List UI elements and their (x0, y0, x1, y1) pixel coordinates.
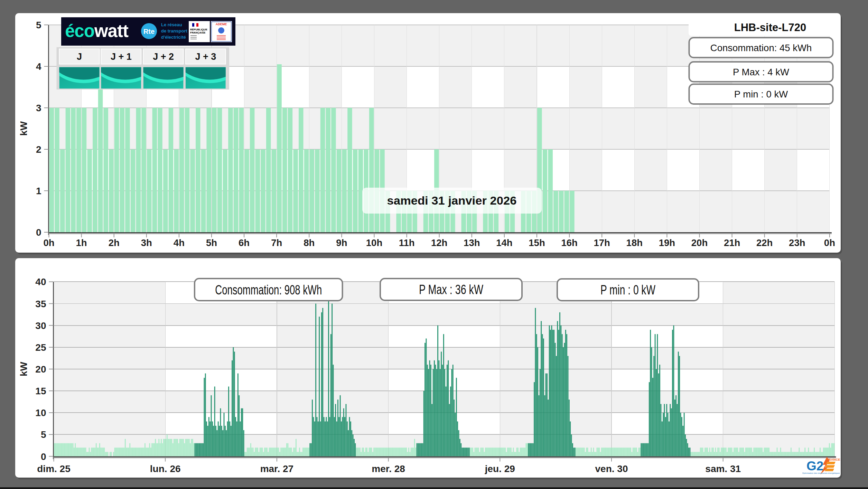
svg-text:RÉPUBLIQUE: RÉPUBLIQUE (190, 28, 207, 31)
svg-text:Rte: Rte (143, 28, 155, 35)
svg-text:23h: 23h (789, 237, 805, 248)
svg-text:P Max : 36 kW: P Max : 36 kW (419, 282, 483, 297)
svg-text:jeu. 29: jeu. 29 (485, 463, 515, 474)
svg-text:21h: 21h (724, 237, 740, 248)
svg-text:FRANÇAISE: FRANÇAISE (190, 31, 205, 34)
svg-text:5: 5 (36, 20, 41, 30)
svg-text:J + 3: J + 3 (195, 51, 216, 62)
svg-text:5h: 5h (206, 237, 217, 248)
svg-text:LHB-site-L720: LHB-site-L720 (734, 21, 806, 34)
svg-text:18h: 18h (626, 237, 643, 248)
svg-text:3h: 3h (141, 237, 152, 248)
svg-text:kW: kW (18, 361, 29, 376)
svg-text:P min : 0 kW: P min : 0 kW (600, 283, 655, 297)
svg-text:16h: 16h (561, 237, 577, 248)
svg-text:12h: 12h (431, 237, 447, 248)
svg-text:J: J (77, 51, 82, 62)
svg-text:d'électricité: d'électricité (161, 35, 186, 40)
svg-text:15h: 15h (529, 237, 545, 248)
svg-text:3: 3 (36, 103, 41, 113)
svg-text:FRANCE: FRANCE (827, 458, 840, 461)
svg-text:ADEME: ADEME (216, 22, 227, 26)
svg-text:G2: G2 (806, 459, 823, 473)
svg-text:2h: 2h (109, 237, 120, 248)
svg-text:7h: 7h (271, 237, 282, 248)
svg-text:2: 2 (36, 144, 41, 155)
svg-text:1h: 1h (76, 237, 87, 248)
svg-text:10: 10 (35, 407, 46, 418)
svg-text:Consommation: 45 kWh: Consommation: 45 kWh (710, 43, 812, 53)
svg-text:Optimisation des ressources én: Optimisation des ressources énergétiques (802, 472, 840, 474)
svg-text:15: 15 (35, 386, 46, 396)
svg-text:11h: 11h (399, 237, 415, 248)
svg-text:14h: 14h (496, 237, 512, 248)
svg-text:10h: 10h (366, 237, 382, 248)
svg-text:Le réseau: Le réseau (161, 22, 182, 27)
svg-text:0: 0 (36, 227, 41, 238)
svg-text:13h: 13h (464, 237, 480, 248)
svg-text:20h: 20h (691, 237, 708, 248)
svg-text:sam. 31: sam. 31 (705, 463, 741, 474)
svg-text:22h: 22h (756, 237, 773, 248)
svg-text:ven. 30: ven. 30 (595, 463, 628, 474)
svg-text:lun. 26: lun. 26 (150, 463, 181, 474)
svg-text:de transport: de transport (161, 28, 188, 34)
svg-text:P Max : 4 kW: P Max : 4 kW (733, 67, 789, 77)
svg-text:4h: 4h (174, 237, 185, 248)
svg-text:mer. 28: mer. 28 (372, 463, 405, 474)
svg-text:6h: 6h (239, 237, 250, 248)
svg-text:P min : 0 kW: P min : 0 kW (734, 89, 788, 100)
svg-text:0h: 0h (43, 237, 54, 248)
svg-text:8h: 8h (304, 237, 315, 248)
svg-text:35: 35 (35, 299, 46, 309)
svg-text:17h: 17h (594, 237, 610, 248)
svg-text:30: 30 (35, 320, 46, 331)
svg-text:9h: 9h (336, 237, 347, 248)
svg-text:Consommation: 908 kWh: Consommation: 908 kWh (215, 283, 322, 297)
svg-text:dim. 25: dim. 25 (37, 463, 70, 474)
svg-text:J + 2: J + 2 (153, 51, 174, 62)
svg-text:4: 4 (36, 61, 41, 72)
svg-text:écowatt: écowatt (65, 21, 129, 41)
svg-text:19h: 19h (659, 237, 675, 248)
svg-text:J + 1: J + 1 (111, 51, 132, 62)
svg-text:25: 25 (35, 342, 46, 353)
svg-text:mar. 27: mar. 27 (260, 463, 294, 474)
svg-text:0: 0 (41, 451, 46, 462)
svg-text:20: 20 (35, 364, 46, 375)
svg-text:samedi 31 janvier 2026: samedi 31 janvier 2026 (387, 194, 517, 207)
svg-text:kW: kW (18, 121, 29, 136)
svg-text:1: 1 (36, 186, 41, 196)
svg-text:5: 5 (41, 429, 46, 440)
svg-text:0h: 0h (824, 237, 835, 248)
svg-text:40: 40 (35, 276, 46, 287)
